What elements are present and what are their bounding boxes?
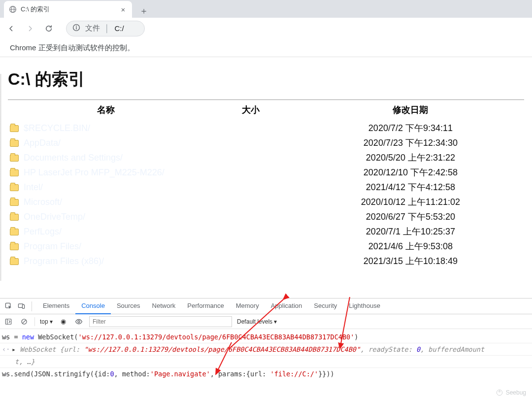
file-date: 2021/3/15 上午10:18:49 <box>297 254 524 268</box>
left-shadow <box>0 74 2 281</box>
svg-point-4 <box>76 26 77 27</box>
browser-tab[interactable]: C:\ 的索引 × <box>4 1 132 18</box>
file-link[interactable]: $RECYCLE.BIN/ <box>8 121 204 135</box>
file-size <box>204 165 297 180</box>
file-date: 2020/5/20 上午2:31:22 <box>297 150 524 165</box>
devtools-tab-security[interactable]: Security <box>308 299 343 314</box>
console-row[interactable]: › ws.send(JSON.stringify({id:0, method:'… <box>0 368 532 380</box>
folder-icon <box>10 214 19 221</box>
table-row[interactable]: Program Files (x86)/2021/3/15 上午10:18:49 <box>8 254 524 268</box>
omnibox-path: C:/ <box>114 24 124 33</box>
log-levels[interactable]: Default levels ▾ <box>237 318 277 325</box>
console-row[interactable]: › ws = new WebSocket('ws://127.0.0.1:132… <box>0 331 532 343</box>
globe-icon <box>9 5 17 13</box>
console-toolbar: top ▾ ◉ Default levels ▾ <box>0 314 532 329</box>
folder-icon <box>10 155 19 162</box>
clear-console-icon[interactable] <box>19 316 30 327</box>
address-bar[interactable]: 文件 │ C:/ <box>66 21 145 36</box>
file-link[interactable]: PerfLogs/ <box>8 224 204 239</box>
omnibox-sep: │ <box>105 24 109 33</box>
file-link[interactable]: OneDriveTemp/ <box>8 209 204 224</box>
file-link[interactable]: Intel/ <box>8 180 204 195</box>
svg-rect-5 <box>76 27 76 30</box>
file-link[interactable]: HP LaserJet Pro MFP_M225-M226/ <box>8 165 204 180</box>
console-row: t, …} <box>0 356 532 368</box>
watermark: Seebug <box>496 389 526 396</box>
console-row[interactable]: ‹· ▸ WebSocket {url: "ws://127.0.0.1:132… <box>0 343 532 356</box>
inspect-icon[interactable] <box>3 301 14 312</box>
file-link[interactable]: Microsoft/ <box>8 195 204 209</box>
file-link[interactable]: Documents and Settings/ <box>8 150 204 165</box>
table-row[interactable]: Documents and Settings/2020/5/20 上午2:31:… <box>8 150 524 165</box>
svg-rect-8 <box>22 305 24 309</box>
col-date[interactable]: 修改日期 <box>297 100 524 121</box>
table-row[interactable]: Microsoft/2020/10/12 上午11:21:02 <box>8 195 524 209</box>
file-size <box>204 150 297 165</box>
folder-icon <box>10 243 19 250</box>
folder-icon <box>10 125 19 132</box>
browser-toolbar: 文件 │ C:/ <box>0 18 532 39</box>
folder-icon <box>10 140 19 147</box>
col-size[interactable]: 大小 <box>204 100 297 121</box>
table-row[interactable]: OneDriveTemp/2020/6/27 下午5:53:20 <box>8 209 524 224</box>
close-icon[interactable]: × <box>119 5 127 13</box>
page-content: C:\ 的索引 名称 大小 修改日期 $RECYCLE.BIN/2020/7/2… <box>0 57 532 285</box>
col-name[interactable]: 名称 <box>8 100 204 121</box>
omnibox-protocol: 文件 <box>85 24 100 33</box>
file-size <box>204 180 297 195</box>
file-size <box>204 121 297 135</box>
file-date: 2020/10/12 上午11:21:02 <box>297 195 524 209</box>
devtools-tab-lighthouse[interactable]: Lighthouse <box>343 299 386 314</box>
file-date: 2020/7/2 下午9:34:11 <box>297 121 524 135</box>
file-size <box>204 254 297 268</box>
tab-title: C:\ 的索引 <box>21 5 119 14</box>
page-title: C:\ 的索引 <box>8 68 524 91</box>
table-row[interactable]: HP LaserJet Pro MFP_M225-M226/2020/12/10… <box>8 165 524 180</box>
devtools-tab-network[interactable]: Network <box>146 299 182 314</box>
table-row[interactable]: Intel/2021/4/12 下午4:12:58 <box>8 180 524 195</box>
file-date: 2020/7/1 上午10:25:37 <box>297 224 524 239</box>
eye-icon[interactable] <box>73 316 84 327</box>
reload-button[interactable] <box>40 20 57 37</box>
filter-input[interactable] <box>89 316 232 327</box>
devtools-tab-memory[interactable]: Memory <box>230 299 265 314</box>
browser-tabstrip: C:\ 的索引 × ＋ <box>0 0 532 18</box>
file-date: 2021/4/12 下午4:12:58 <box>297 180 524 195</box>
file-size <box>204 239 297 254</box>
file-size <box>204 135 297 150</box>
svg-point-13 <box>78 321 80 323</box>
devtools-tab-console[interactable]: Console <box>75 299 111 314</box>
table-row[interactable]: $RECYCLE.BIN/2020/7/2 下午9:34:11 <box>8 121 524 135</box>
directory-table: 名称 大小 修改日期 $RECYCLE.BIN/2020/7/2 下午9:34:… <box>8 100 524 268</box>
back-button[interactable] <box>3 20 20 37</box>
info-icon <box>72 24 80 33</box>
table-row[interactable]: Program Files/2021/4/6 上午9:53:08 <box>8 239 524 254</box>
devtools-tab-performance[interactable]: Performance <box>181 299 230 314</box>
devtools-tab-application[interactable]: Application <box>265 299 308 314</box>
file-link[interactable]: AppData/ <box>8 135 204 150</box>
console-output: › ws = new WebSocket('ws://127.0.0.1:132… <box>0 329 532 382</box>
device-icon[interactable] <box>16 301 27 312</box>
devtools-tab-sources[interactable]: Sources <box>111 299 146 314</box>
folder-icon <box>10 184 19 191</box>
folder-icon <box>10 169 19 176</box>
file-date: 2021/4/6 上午9:53:08 <box>297 239 524 254</box>
table-row[interactable]: PerfLogs/2020/7/1 上午10:25:37 <box>8 224 524 239</box>
new-tab-button[interactable]: ＋ <box>137 4 151 18</box>
sidebar-toggle-icon[interactable] <box>3 316 14 327</box>
devtools-panel: ElementsConsoleSourcesNetworkPerformance… <box>0 298 532 399</box>
file-size <box>204 209 297 224</box>
file-link[interactable]: Program Files/ <box>8 239 204 254</box>
file-date: 2020/12/10 下午2:42:58 <box>297 165 524 180</box>
folder-icon <box>10 229 19 235</box>
file-size <box>204 224 297 239</box>
live-expr-icon[interactable]: ◉ <box>58 316 68 327</box>
infobar-text: Chrome 正受到自动测试软件的控制。 <box>10 43 134 53</box>
automation-infobar: Chrome 正受到自动测试软件的控制。 <box>0 39 532 57</box>
table-row[interactable]: AppData/2020/7/23 下午12:34:30 <box>8 135 524 150</box>
file-link[interactable]: Program Files (x86)/ <box>8 254 204 268</box>
forward-button[interactable] <box>22 20 38 37</box>
devtools-tabbar: ElementsConsoleSourcesNetworkPerformance… <box>0 299 532 314</box>
context-selector[interactable]: top ▾ <box>40 318 53 325</box>
devtools-tab-elements[interactable]: Elements <box>37 299 75 314</box>
